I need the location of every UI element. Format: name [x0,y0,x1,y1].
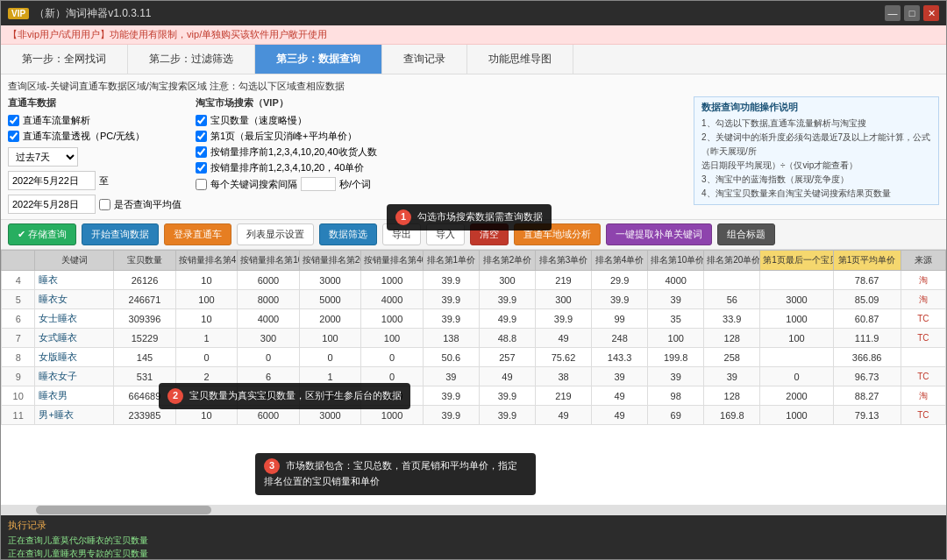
cell-keyword: 女式睡衣 [35,329,114,348]
cell-p3: 49 [535,406,591,425]
checkbox-traffic-analysis-label: 直通车流量解析 [23,114,90,127]
col-p20: 排名第20单价 [704,251,760,271]
cell-source: 淘 [901,386,945,406]
warning-bar: 【非vip用户/试用用户】功能使用有限制，vip/单独购买该软件用户敞开使用 [1,25,946,45]
checkbox-sales-rank-buyers-input[interactable] [196,146,207,158]
scroll-thumb[interactable] [36,506,211,514]
login-direct-button[interactable]: 登录直通车 [164,223,231,245]
table-body: 4 睡衣 26126 10 6000 3000 1000 39.9 300 21… [2,271,946,425]
relative-container: 查询区域-关键词直通车数据区域/淘宝搜索区域 注意：勾选以下区域查相应数据 直通… [1,74,946,515]
cell-p20: 39 [704,367,760,386]
checkbox-sales-rank-price-input[interactable] [196,162,207,174]
checkbox-sales-rank-price[interactable]: 按销量排序前1,2,3,4,10,20，40单价 [196,161,680,174]
cell-p10: 199.8 [648,348,704,367]
checkbox-traffic-view-label: 直通车流量透视（PC/无线） [23,130,145,143]
cell-p10: 39 [648,290,704,309]
cell-p3: 39.9 [535,309,591,329]
cell-num: 7 [2,329,35,348]
exec-line-2: 正在查询儿童睡衣男专款的宝贝数量 [8,547,939,559]
cell-last-sales: 0 [760,367,833,386]
tooltip-2-text: 宝贝数量为真实宝贝数量，区别于生参后台的数据 [189,390,402,401]
maximize-button[interactable]: □ [904,5,920,21]
checkbox-item-count[interactable]: 宝贝数量（速度略慢） [196,114,680,127]
checkbox-traffic-view[interactable]: 直通车流量透视（PC/无线） [8,130,182,143]
tooltip-3-text: 市场数据包含：宝贝总数，首页尾销和平均单价，指定排名位置的宝贝销量和单价 [264,460,517,486]
table-row[interactable]: 9 睡衣女子 531 2 6 1 0 39 49 38 39 39 [2,367,946,386]
cell-r40: 1000 [361,271,424,290]
cell-p4: 49 [592,386,648,406]
cell-keyword: 男+睡衣 [35,406,114,425]
col-p1: 排名第1单价 [423,251,479,271]
minimize-button[interactable]: — [885,5,901,21]
cell-p2: 39.9 [479,406,535,425]
data-filter-button[interactable]: 数据筛选 [319,223,377,245]
cell-p20: 128 [704,386,760,406]
checkbox-traffic-analysis[interactable]: 直通车流量解析 [8,114,182,127]
combine-title-button[interactable]: 组合标题 [717,223,775,245]
cell-p2: 39.9 [479,290,535,309]
direct-section-title: 直通车数据 [8,96,182,110]
checkbox-interval[interactable]: 每个关键词搜索间隔 秒/个词 [196,177,680,191]
nav-records[interactable]: 查询记录 [382,45,467,74]
cell-avg-price: 60.87 [833,309,901,329]
extract-keywords-button[interactable]: 一键提取补单关键词 [606,223,712,245]
table-header-row: 关键词 宝贝数量 按销量排名第4 按销量排名第10 按销量排名第20 按销量排名… [2,251,946,271]
date-from-input[interactable] [8,171,96,190]
cell-avg-price: 78.67 [833,271,901,290]
nav-step3[interactable]: 第三步：数据查询 [255,45,382,74]
cell-p1: 39 [423,367,479,386]
interval-value-input[interactable] [301,177,336,191]
start-query-button[interactable]: 开始查询数据 [82,223,159,245]
date-period-select[interactable]: 过去7天 [8,147,78,167]
checkbox-sales-rank-buyers[interactable]: 按销量排序前1,2,3,4,10,20,40收货人数 [196,145,680,159]
date-to-input[interactable] [8,195,96,214]
table-row[interactable]: 4 睡衣 26126 10 6000 3000 1000 39.9 300 21… [2,271,946,290]
table-row[interactable]: 5 睡衣女 246671 100 8000 5000 4000 39.9 39.… [2,290,946,309]
checkbox-page1-last-input[interactable] [196,131,207,142]
cell-count: 145 [114,348,176,367]
table-row[interactable]: 6 女士睡衣 309396 10 4000 2000 1000 39.9 49.… [2,309,946,329]
table-row[interactable]: 11 男+睡衣 233985 10 6000 3000 1000 39.9 39… [2,406,946,425]
cell-p4: 99 [592,309,648,329]
info-title: 数据查询功能操作说明 [701,101,931,114]
horizontal-scrollbar[interactable] [1,505,946,515]
nav-step2[interactable]: 第二步：过滤筛选 [128,45,255,74]
close-button[interactable]: ✕ [923,5,939,21]
cell-p2: 49.9 [479,309,535,329]
checkbox-page1-last[interactable]: 第1页（最后宝贝消峰+平均单价） [196,130,680,143]
checkbox-interval-input[interactable] [196,179,207,190]
display-settings-button[interactable]: 列表显示设置 [237,223,314,245]
date-to-row: 是否查询平均值 [8,195,182,214]
cell-count: 26126 [114,271,176,290]
cell-avg-price: 85.09 [833,290,901,309]
cell-avg-price: 96.73 [833,367,901,386]
checkbox-traffic-view-input[interactable] [8,131,19,142]
cell-keyword: 女版睡衣 [35,348,114,367]
nav-step1[interactable]: 第一步：全网找词 [1,45,128,74]
cell-source: 淘 [901,290,945,309]
cell-p4: 143.3 [592,348,648,367]
cell-avg-price: 79.13 [833,406,901,425]
checkbox-item-count-label: 宝贝数量（速度略慢） [210,114,307,127]
col-r10: 按销量排名第10 [238,251,300,271]
table-row[interactable]: 7 女式睡衣 15229 1 300 100 100 138 48.8 49 2… [2,329,946,348]
table-row[interactable]: 10 睡衣男 664689 10 6000 4000 2000 39.9 39.… [2,386,946,406]
col-num [2,251,35,271]
tooltip-3: 3 市场数据包含：宝贝总数，首页尾销和平均单价，指定排名位置的宝贝销量和单价 [255,453,536,495]
nav-mindmap[interactable]: 功能思维导图 [467,45,573,74]
cell-source: TC [901,406,945,425]
cell-avg-price: 366.86 [833,348,901,367]
checkbox-item-count-input[interactable] [196,115,207,126]
cell-p20 [704,271,760,290]
save-query-button[interactable]: ✔ 存储查询 [8,223,76,245]
nav-bar: 第一步：全网找词 第二步：过滤筛选 第三步：数据查询 查询记录 功能思维导图 [1,45,946,74]
checkbox-traffic-analysis-input[interactable] [8,115,19,126]
vip-badge: VIP [8,8,29,19]
cell-p10: 98 [648,386,704,406]
avg-checkbox[interactable] [99,199,110,210]
table-row[interactable]: 8 女版睡衣 145 0 0 0 0 50.6 257 75.62 143.3 … [2,348,946,367]
cell-p4: 49 [592,406,648,425]
title-controls[interactable]: — □ ✕ [885,5,939,21]
col-p4: 排名第4单价 [592,251,648,271]
cell-r20: 100 [299,329,361,348]
